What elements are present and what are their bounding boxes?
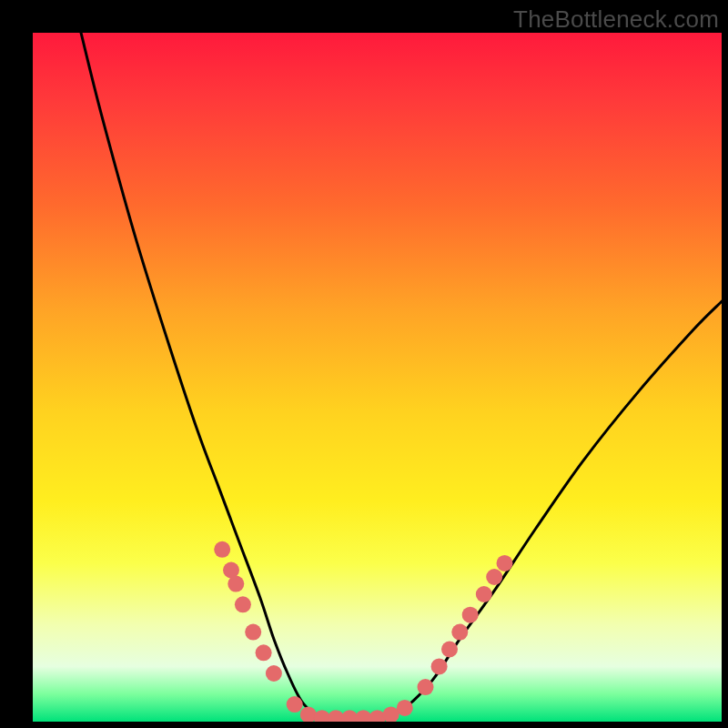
highlight-dot bbox=[451, 624, 468, 641]
highlight-dot bbox=[314, 710, 330, 722]
highlight-dot bbox=[497, 555, 513, 571]
highlight-dot bbox=[431, 658, 448, 674]
highlight-dot bbox=[441, 642, 458, 658]
highlight-dot bbox=[287, 696, 303, 713]
highlight-dot bbox=[266, 665, 282, 682]
highlight-dot bbox=[214, 541, 230, 558]
highlight-dot bbox=[235, 596, 251, 612]
highlight-dot bbox=[245, 624, 261, 641]
highlight-dot bbox=[397, 700, 413, 716]
chart-frame: TheBottleneck.com bbox=[0, 0, 728, 728]
highlight-dot bbox=[476, 586, 492, 602]
watermark-text: TheBottleneck.com bbox=[513, 5, 719, 34]
highlight-dot bbox=[256, 644, 272, 661]
highlight-dots bbox=[214, 541, 512, 722]
highlight-dot bbox=[228, 576, 244, 592]
highlight-dot bbox=[341, 710, 358, 722]
highlight-dot bbox=[418, 679, 434, 695]
highlight-dot bbox=[486, 569, 502, 585]
plot-area bbox=[33, 33, 722, 722]
bottleneck-curve bbox=[81, 33, 722, 722]
highlight-dot bbox=[462, 607, 479, 623]
chart-svg bbox=[33, 33, 722, 722]
